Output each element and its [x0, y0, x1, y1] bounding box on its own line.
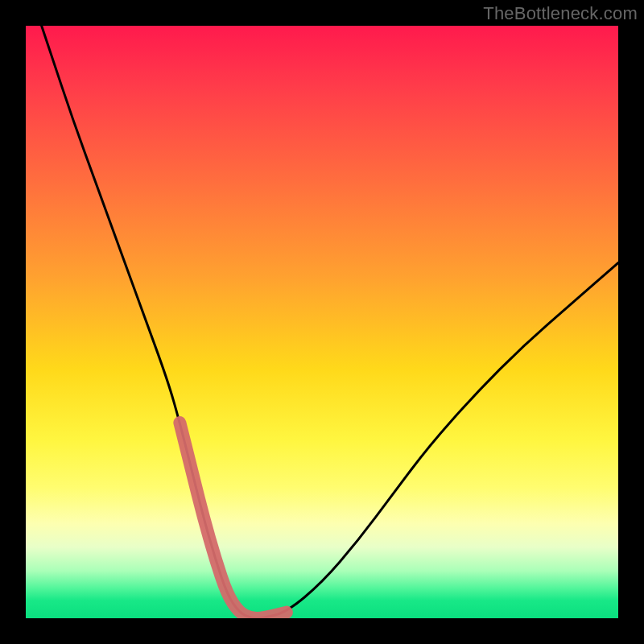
- highlight-segment-path: [180, 423, 286, 618]
- watermark-text: TheBottleneck.com: [483, 3, 638, 24]
- curve-group: [26, 26, 618, 618]
- chart-plot-area: [26, 26, 618, 618]
- bottleneck-curve-path: [26, 26, 618, 618]
- chart-frame: TheBottleneck.com: [0, 0, 644, 644]
- highlight-group: [180, 423, 286, 618]
- bottleneck-curve-svg: [26, 26, 618, 618]
